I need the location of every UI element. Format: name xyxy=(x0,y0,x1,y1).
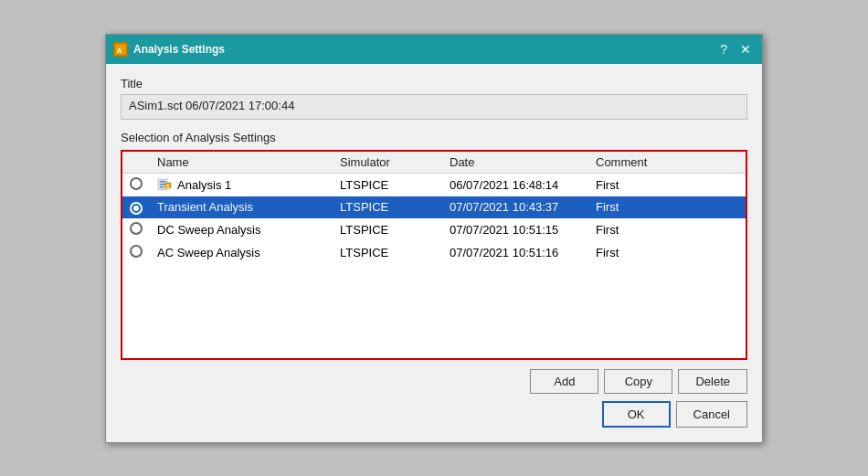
analysis-settings-dialog: A Analysis Settings ? ✕ Title ASim1.sct … xyxy=(105,34,763,443)
name-cell: DC Sweep Analysis xyxy=(150,218,333,241)
date-cell: 06/07/2021 16:48:14 xyxy=(442,173,588,196)
table-row[interactable]: Transient AnalysisLTSPICE07/07/2021 10:4… xyxy=(122,196,746,218)
radio-circle xyxy=(130,222,143,235)
row-name-text: Transient Analysis xyxy=(157,200,253,214)
date-cell: 07/07/2021 10:51:16 xyxy=(442,241,588,264)
row-name-text: AC Sweep Analysis xyxy=(157,246,260,259)
title-bar: A Analysis Settings ? ✕ xyxy=(106,35,762,64)
col-simulator: Simulator xyxy=(333,152,442,174)
title-label: Title xyxy=(121,77,747,90)
dialog-icon: A xyxy=(113,42,128,57)
radio-cell[interactable] xyxy=(122,241,150,264)
col-radio xyxy=(122,152,150,174)
delete-button[interactable]: Delete xyxy=(678,369,747,394)
svg-rect-4 xyxy=(160,184,165,185)
name-cell: S Analysis 1 xyxy=(150,173,333,196)
section-label: Selection of Analysis Settings xyxy=(121,131,747,144)
col-name: Name xyxy=(150,152,333,174)
table-row[interactable]: AC Sweep AnalysisLTSPICE07/07/2021 10:51… xyxy=(122,241,746,264)
svg-rect-5 xyxy=(160,186,164,188)
simulator-cell: LTSPICE xyxy=(333,173,442,196)
row-name-text: Analysis 1 xyxy=(177,178,231,192)
analysis-table: Name Simulator Date Comment S Analysis 1… xyxy=(122,152,746,264)
dialog-title: Analysis Settings xyxy=(133,43,225,56)
simulator-cell: LTSPICE xyxy=(333,241,442,264)
name-cell: Transient Analysis xyxy=(150,196,333,218)
col-date: Date xyxy=(442,152,588,174)
analysis-icon: S xyxy=(157,177,172,192)
radio-circle xyxy=(130,177,143,190)
comment-cell: First xyxy=(588,196,746,218)
row-name-text: DC Sweep Analysis xyxy=(157,223,260,237)
analysis-table-container: Name Simulator Date Comment S Analysis 1… xyxy=(121,150,747,360)
table-header-row: Name Simulator Date Comment xyxy=(122,152,746,174)
copy-button[interactable]: Copy xyxy=(604,369,672,394)
table-row[interactable]: DC Sweep AnalysisLTSPICE07/07/2021 10:51… xyxy=(122,218,746,241)
radio-cell[interactable] xyxy=(122,218,150,241)
radio-cell[interactable] xyxy=(122,173,150,196)
confirm-buttons: OK Cancel xyxy=(121,401,747,429)
simulator-cell: LTSPICE xyxy=(333,218,442,241)
radio-circle xyxy=(130,202,143,215)
cancel-button[interactable]: Cancel xyxy=(676,401,747,428)
comment-cell: First xyxy=(588,173,746,196)
ok-button[interactable]: OK xyxy=(602,401,671,428)
add-button[interactable]: Add xyxy=(530,369,598,394)
simulator-cell: LTSPICE xyxy=(333,196,442,218)
radio-cell[interactable] xyxy=(122,196,150,218)
col-comment: Comment xyxy=(588,152,746,174)
help-button[interactable]: ? xyxy=(716,43,731,56)
comment-cell: First xyxy=(588,241,746,264)
close-button[interactable]: ✕ xyxy=(736,43,755,56)
svg-rect-3 xyxy=(160,181,165,183)
date-cell: 07/07/2021 10:51:15 xyxy=(442,218,588,241)
comment-cell: First xyxy=(588,218,746,241)
name-cell: AC Sweep Analysis xyxy=(150,241,333,264)
table-row[interactable]: S Analysis 1LTSPICE06/07/2021 16:48:14Fi… xyxy=(122,173,746,196)
date-cell: 07/07/2021 10:43:37 xyxy=(442,196,588,218)
action-buttons: Add Copy Delete xyxy=(121,369,747,394)
dialog-body: Title ASim1.sct 06/07/2021 17:00:44 Sele… xyxy=(106,64,762,442)
svg-text:A: A xyxy=(117,46,122,54)
radio-circle xyxy=(130,245,143,258)
title-field: ASim1.sct 06/07/2021 17:00:44 xyxy=(121,94,747,120)
